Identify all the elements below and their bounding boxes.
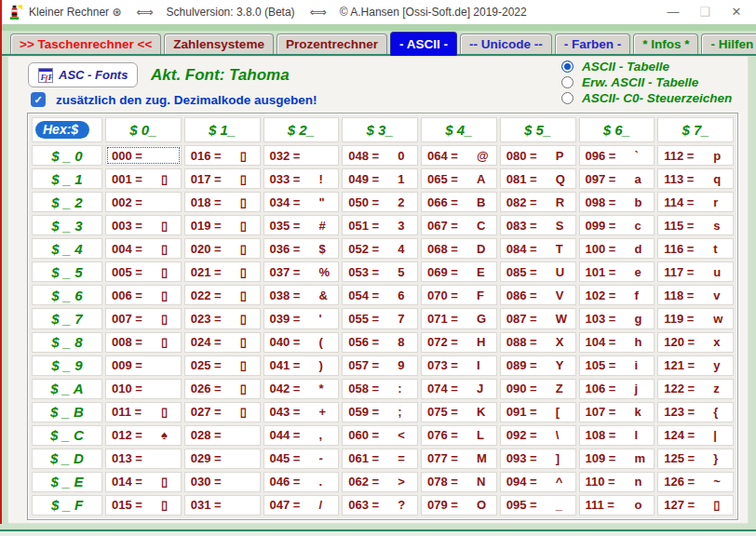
ascii-cell-092[interactable]: 092 =\ xyxy=(500,425,576,446)
ascii-cell-001[interactable]: 001 =▯ xyxy=(105,168,182,189)
ascii-cell-071[interactable]: 071 =G xyxy=(421,308,497,328)
ascii-cell-058[interactable]: 058 =: xyxy=(342,379,418,399)
ascii-cell-098[interactable]: 098 =b xyxy=(579,192,655,212)
ascii-cell-097[interactable]: 097 =a xyxy=(579,168,655,189)
ascii-cell-112[interactable]: 112 =p xyxy=(657,145,734,166)
tab-taschenrechner[interactable]: >> Taschenrechner << xyxy=(10,34,161,54)
ascii-cell-102[interactable]: 102 =f xyxy=(579,285,655,305)
tab-farben[interactable]: - Farben - xyxy=(555,34,631,54)
ascii-cell-115[interactable]: 115 =s xyxy=(657,215,734,235)
ascii-cell-002[interactable]: 002 = xyxy=(105,192,182,212)
ascii-cell-045[interactable]: 045 =- xyxy=(263,449,340,469)
ascii-cell-085[interactable]: 085 =U xyxy=(500,261,576,282)
ascii-cell-007[interactable]: 007 =▯ xyxy=(105,308,182,328)
ascii-cell-060[interactable]: 060 =< xyxy=(342,425,418,446)
ascii-cell-063[interactable]: 063 =? xyxy=(342,495,418,516)
ascii-cell-015[interactable]: 015 =▯ xyxy=(105,495,182,516)
ascii-cell-065[interactable]: 065 =A xyxy=(421,168,497,189)
ascii-cell-011[interactable]: 011 =▯ xyxy=(105,402,182,422)
ascii-cell-095[interactable]: 095 =_ xyxy=(500,495,576,516)
ascii-cell-004[interactable]: 004 =▯ xyxy=(105,238,182,259)
ascii-cell-012[interactable]: 012 =♠ xyxy=(105,425,182,446)
ascii-cell-061[interactable]: 061 == xyxy=(342,449,418,469)
ascii-cell-016[interactable]: 016 =▯ xyxy=(184,145,261,166)
ascii-cell-050[interactable]: 050 =2 xyxy=(342,192,418,212)
ascii-cell-055[interactable]: 055 =7 xyxy=(342,308,418,328)
ascii-cell-059[interactable]: 059 =; xyxy=(342,402,418,422)
ascii-cell-113[interactable]: 113 =q xyxy=(657,168,734,189)
ascii-cell-114[interactable]: 114 =r xyxy=(657,192,734,212)
checkbox-checked-icon[interactable]: ✓ xyxy=(31,92,46,107)
ascii-cell-043[interactable]: 043 =+ xyxy=(263,402,340,422)
radio-unselected-icon[interactable] xyxy=(561,76,574,88)
ascii-cell-082[interactable]: 082 =R xyxy=(500,192,576,212)
radio-unselected-icon[interactable] xyxy=(561,92,574,104)
ascii-cell-044[interactable]: 044 =, xyxy=(263,425,340,446)
ascii-cell-118[interactable]: 118 =v xyxy=(657,285,734,305)
ascii-cell-000[interactable]: 000 = xyxy=(105,145,182,166)
ascii-cell-034[interactable]: 034 =" xyxy=(263,192,340,212)
tab-unicode[interactable]: -- Unicode -- xyxy=(460,34,552,54)
ascii-cell-087[interactable]: 087 =W xyxy=(500,308,576,328)
ascii-cell-088[interactable]: 088 =X xyxy=(500,332,576,353)
ascii-cell-090[interactable]: 090 =Z xyxy=(500,379,576,399)
ascii-cell-027[interactable]: 027 =▯ xyxy=(184,402,261,422)
ascii-cell-036[interactable]: 036 =$ xyxy=(263,238,340,259)
ascii-cell-013[interactable]: 013 = xyxy=(105,449,182,469)
ascii-cell-076[interactable]: 076 =L xyxy=(421,425,497,446)
ascii-cell-047[interactable]: 047 =/ xyxy=(263,495,340,516)
ascii-cell-051[interactable]: 051 =3 xyxy=(342,215,418,235)
ascii-cell-122[interactable]: 122 =z xyxy=(657,379,734,399)
ascii-cell-017[interactable]: 017 =▯ xyxy=(184,168,261,189)
radio-selected-icon[interactable] xyxy=(561,60,574,73)
ascii-cell-106[interactable]: 106 =j xyxy=(579,379,655,399)
ascii-cell-083[interactable]: 083 =S xyxy=(500,215,576,235)
ascii-cell-010[interactable]: 010 = xyxy=(105,379,182,399)
ascii-cell-107[interactable]: 107 =k xyxy=(579,402,655,422)
ascii-cell-125[interactable]: 125 =} xyxy=(657,449,734,469)
ascii-cell-039[interactable]: 039 =' xyxy=(263,308,340,328)
ascii-cell-089[interactable]: 089 =Y xyxy=(500,355,576,376)
tab-prozentrechner[interactable]: Prozentrechner xyxy=(277,34,387,54)
asc-fonts-button[interactable]: F f F ASC - Fonts xyxy=(28,62,138,87)
ascii-cell-064[interactable]: 064 =@ xyxy=(421,145,497,166)
ascii-cell-108[interactable]: 108 =l xyxy=(579,425,655,446)
ascii-cell-062[interactable]: 062 => xyxy=(342,472,418,492)
ascii-cell-066[interactable]: 066 =B xyxy=(421,192,497,212)
ascii-cell-005[interactable]: 005 =▯ xyxy=(105,261,182,282)
ascii-cell-006[interactable]: 006 =▯ xyxy=(105,285,182,305)
ascii-cell-094[interactable]: 094 =^ xyxy=(500,472,576,492)
ascii-cell-070[interactable]: 070 =F xyxy=(421,285,497,305)
ascii-cell-067[interactable]: 067 =C xyxy=(421,215,497,235)
ascii-cell-099[interactable]: 099 =c xyxy=(579,215,655,235)
ascii-cell-124[interactable]: 124 =| xyxy=(657,425,734,446)
ascii-cell-030[interactable]: 030 = xyxy=(184,472,261,492)
ascii-cell-101[interactable]: 101 =e xyxy=(579,261,655,282)
ascii-cell-126[interactable]: 126 =~ xyxy=(657,472,734,492)
ascii-cell-096[interactable]: 096 =` xyxy=(579,145,655,166)
ascii-cell-042[interactable]: 042 =* xyxy=(263,379,340,399)
tab-infos[interactable]: * Infos * xyxy=(633,34,698,54)
ascii-cell-028[interactable]: 028 = xyxy=(184,425,261,446)
ascii-cell-031[interactable]: 031 = xyxy=(184,495,261,516)
ascii-cell-032[interactable]: 032 = xyxy=(263,145,340,166)
minimize-button[interactable]: — xyxy=(657,0,689,24)
ascii-cell-123[interactable]: 123 ={ xyxy=(657,402,734,422)
tab-hilfen[interactable]: - Hilfen - xyxy=(701,34,756,54)
ascii-cell-086[interactable]: 086 =V xyxy=(500,285,576,305)
ascii-cell-103[interactable]: 103 =g xyxy=(579,308,655,328)
ascii-cell-078[interactable]: 078 =N xyxy=(421,472,497,492)
radio-ascii-c0-steuerzeichen[interactable]: ASCII- C0- Steuerzeichen xyxy=(561,90,732,106)
ascii-cell-117[interactable]: 117 =u xyxy=(657,261,734,282)
tab-zahlensysteme[interactable]: Zahlensysteme xyxy=(164,34,274,54)
ascii-cell-035[interactable]: 035 =# xyxy=(263,215,340,235)
ascii-cell-040[interactable]: 040 =( xyxy=(263,332,340,353)
ascii-cell-037[interactable]: 037 =% xyxy=(263,261,340,282)
maximize-button[interactable]: ❑ xyxy=(689,0,721,24)
ascii-cell-019[interactable]: 019 =▯ xyxy=(184,215,261,235)
ascii-cell-049[interactable]: 049 =1 xyxy=(342,168,418,189)
radio-ascii-tabelle[interactable]: ASCII - Tabelle xyxy=(561,59,732,74)
ascii-cell-024[interactable]: 024 =▯ xyxy=(184,332,261,353)
close-button[interactable]: ✕ xyxy=(721,0,752,24)
tab-ascii[interactable]: - ASCII - xyxy=(390,32,457,56)
